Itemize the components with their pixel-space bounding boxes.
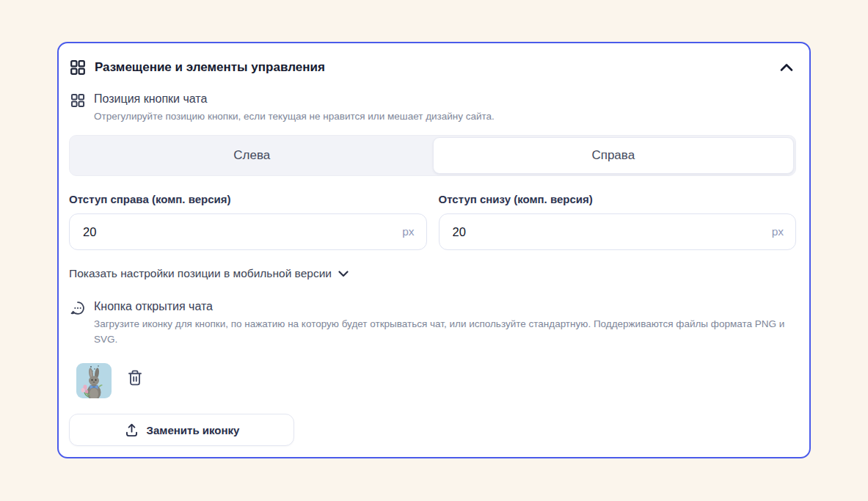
grid-icon xyxy=(70,92,86,109)
upload-icon xyxy=(124,423,139,438)
offset-right-unit: px xyxy=(402,225,426,238)
chat-open-button-section: Кнопка открытия чата Загрузите иконку дл… xyxy=(69,299,796,347)
offset-right-input-wrap: px xyxy=(69,213,427,250)
replace-button-label: Заменить иконку xyxy=(147,424,240,436)
chevron-up-icon xyxy=(780,63,793,72)
offset-right-field: Отступ справа (комп. версия) px xyxy=(69,193,427,250)
placement-settings-panel: Размещение и элементы управления Позиция… xyxy=(57,42,811,458)
page-background: { "colors": { "page_bg": "#FBF5EC", "acc… xyxy=(0,0,868,501)
offset-bottom-input-wrap: px xyxy=(439,213,797,250)
offset-bottom-input[interactable] xyxy=(440,225,772,239)
segment-right[interactable]: Справа xyxy=(433,137,795,174)
position-section-title: Позиция кнопки чата xyxy=(94,92,495,106)
offset-right-input[interactable] xyxy=(70,225,402,239)
offset-fields-row: Отступ справа (комп. версия) px Отступ с… xyxy=(69,193,796,250)
uploaded-icon-thumbnail[interactable] xyxy=(76,363,112,398)
grid-icon xyxy=(69,59,87,76)
offset-bottom-unit: px xyxy=(772,225,795,238)
button-position-segmented-control: Слева Справа xyxy=(69,135,796,176)
trash-icon xyxy=(127,369,143,387)
panel-header: Размещение и элементы управления xyxy=(69,58,796,77)
delete-icon-button[interactable] xyxy=(125,369,145,388)
offset-right-label: Отступ справа (комп. версия) xyxy=(69,193,427,205)
collapse-panel-button[interactable] xyxy=(777,58,796,77)
position-section-description: Отрегулируйте позицию кнопки, если текущ… xyxy=(94,109,495,124)
uploaded-icon-row xyxy=(76,363,796,398)
chat-bubble-icon xyxy=(70,300,86,316)
chevron-down-icon xyxy=(338,271,349,277)
offset-bottom-field: Отступ снизу (комп. версия) px xyxy=(439,193,797,250)
mobile-toggle-label: Показать настройки позиции в мобильной в… xyxy=(69,267,332,280)
offset-bottom-label: Отступ снизу (комп. версия) xyxy=(439,193,797,205)
chat-position-section: Позиция кнопки чата Отрегулируйте позици… xyxy=(69,92,796,124)
icon-section-title: Кнопка открытия чата xyxy=(94,299,796,314)
show-mobile-position-settings-toggle[interactable]: Показать настройки позиции в мобильной в… xyxy=(69,267,349,280)
panel-title: Размещение и элементы управления xyxy=(95,60,777,75)
replace-icon-button[interactable]: Заменить иконку xyxy=(69,414,294,446)
segment-left[interactable]: Слева xyxy=(71,137,433,174)
icon-section-description: Загрузите иконку для кнопки, по нажатию … xyxy=(94,316,796,347)
